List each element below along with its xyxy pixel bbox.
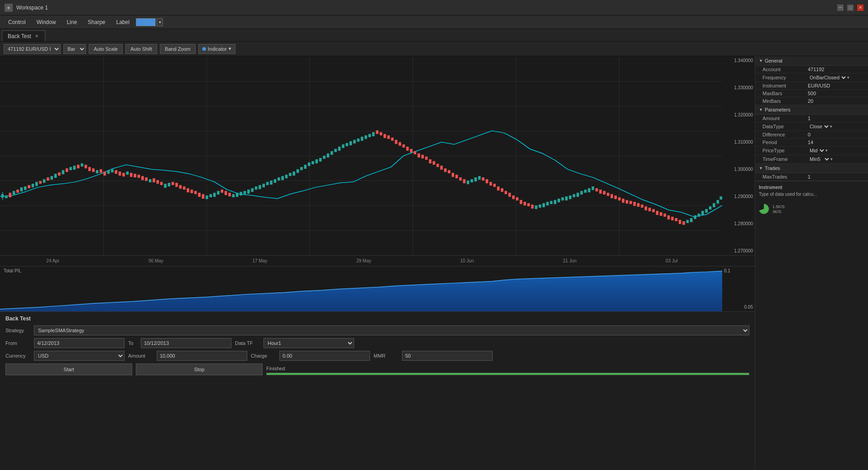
svg-rect-129 — [486, 179, 489, 183]
svg-rect-122 — [459, 177, 462, 180]
price-chart[interactable]: 1.340000 1.330000 1.320000 1.310000 1.30… — [0, 56, 755, 256]
svg-rect-31 — [115, 170, 118, 174]
title-bar: ◈ Workspace 1 ─ □ ✕ — [0, 0, 868, 15]
menu-sharpe[interactable]: Sharpe — [83, 17, 110, 27]
parameters-section-label: Parameters — [765, 107, 791, 112]
prop-frequency-select[interactable]: OnBarClosed OnTick — [808, 74, 847, 81]
to-input[interactable] — [141, 338, 231, 348]
currency-select[interactable]: USD — [34, 351, 125, 361]
menu-window[interactable]: Window — [32, 17, 61, 27]
prop-minbars: MinBars 20 — [755, 97, 868, 105]
main-layout: 1.340000 1.330000 1.320000 1.310000 1.30… — [0, 56, 868, 470]
svg-rect-96 — [361, 137, 364, 141]
indicator-button[interactable]: Indicator ▾ — [198, 44, 235, 54]
svg-rect-90 — [338, 147, 341, 151]
svg-rect-174 — [656, 211, 659, 215]
prop-period: Period 14 — [755, 139, 868, 146]
svg-rect-42 — [156, 180, 159, 184]
auto-shift-button[interactable]: Auto Shift — [125, 44, 157, 54]
svg-rect-71 — [266, 182, 269, 185]
svg-rect-101 — [380, 132, 383, 136]
svg-rect-55 — [206, 195, 208, 199]
svg-rect-99 — [372, 132, 375, 136]
stop-button[interactable]: Stop — [136, 363, 263, 375]
svg-rect-162 — [610, 194, 613, 198]
amount-input[interactable] — [157, 351, 247, 361]
svg-rect-89 — [334, 149, 337, 152]
svg-rect-104 — [391, 138, 394, 141]
prop-difference-name: Difference — [762, 132, 808, 137]
svg-rect-72 — [270, 180, 273, 184]
prop-pricetype-select[interactable]: MidBidAsk — [808, 147, 825, 154]
svg-rect-87 — [327, 154, 330, 158]
instrument-select[interactable]: 471192 EUR/USD I — [4, 44, 61, 54]
svg-rect-44 — [164, 184, 167, 188]
amount-label: Amount — [128, 353, 153, 359]
prop-maxbars-name: MaxBars — [762, 91, 808, 96]
prop-minbars-name: MinBars — [762, 98, 808, 104]
from-input[interactable] — [34, 338, 125, 348]
svg-rect-163 — [614, 195, 617, 199]
menu-control[interactable]: Control — [4, 17, 30, 27]
tab-close-backtest[interactable]: ✕ — [34, 34, 39, 39]
menu-line[interactable]: Line — [62, 17, 82, 27]
svg-rect-54 — [202, 194, 205, 199]
charge-input[interactable] — [279, 351, 370, 361]
prop-instrument-name: Instrument — [762, 83, 808, 88]
chart-inner — [0, 56, 722, 255]
restore-button[interactable]: □ — [847, 5, 854, 11]
svg-rect-121 — [456, 174, 458, 178]
parameters-section-header[interactable]: ▼ Parameters — [755, 105, 868, 115]
color-swatch[interactable] — [136, 18, 156, 26]
backtest-panel: Back Test Strategy SampleSMAStrategy Fro… — [0, 312, 755, 470]
pl-price-labels: 0.1 0.05 — [722, 266, 755, 311]
parameters-collapse-icon: ▼ — [759, 107, 763, 112]
svg-rect-131 — [493, 184, 496, 187]
price-chart-svg — [0, 56, 722, 255]
window-title: Workspace 1 — [16, 5, 837, 11]
date-label-3: 17 May — [252, 258, 267, 263]
prop-datatype-name: DataType — [762, 124, 808, 129]
tab-backtest[interactable]: Back Test ✕ — [2, 30, 45, 41]
minimize-button[interactable]: ─ — [837, 5, 844, 11]
datatf-select[interactable]: Hour1 — [264, 338, 354, 348]
svg-rect-158 — [595, 188, 598, 191]
svg-rect-50 — [187, 188, 189, 192]
chart-type-select[interactable]: Bar — [63, 44, 86, 54]
color-picker[interactable]: ▾ — [136, 18, 163, 26]
mmr-input[interactable] — [402, 351, 493, 361]
svg-rect-146 — [550, 201, 553, 204]
svg-rect-23 — [85, 165, 87, 168]
menu-label[interactable]: Label — [112, 17, 134, 27]
start-button[interactable]: Start — [5, 363, 132, 375]
prop-account-name: Account — [762, 67, 808, 72]
pl-chart[interactable]: Total P/L 0.1 0.05 — [0, 266, 755, 312]
price-label-7: 1.280000 — [724, 221, 753, 226]
svg-rect-161 — [607, 193, 609, 196]
svg-rect-150 — [565, 196, 568, 200]
prop-timeframe-arrow: ▾ — [830, 157, 833, 161]
band-zoom-button[interactable]: Band Zoom — [160, 44, 196, 54]
svg-rect-30 — [111, 169, 114, 172]
svg-rect-160 — [603, 191, 606, 194]
prop-datatype-select[interactable]: CloseOpenHighLow — [808, 123, 830, 130]
svg-rect-43 — [160, 182, 163, 185]
svg-rect-107 — [403, 145, 405, 148]
svg-rect-166 — [626, 200, 628, 204]
prop-timeframe-select[interactable]: Min5Min15Hour1 — [808, 156, 830, 162]
general-section-header[interactable]: ▼ General — [755, 56, 868, 66]
svg-rect-139 — [523, 202, 526, 205]
svg-rect-80 — [300, 167, 303, 170]
strategy-select[interactable]: SampleSMAStrategy — [34, 325, 749, 335]
prop-instrument: Instrument EUR/USD — [755, 82, 868, 90]
backtest-title: Back Test — [5, 315, 749, 322]
svg-rect-88 — [331, 151, 333, 155]
price-label-6: 1.290000 — [724, 194, 753, 199]
color-dropdown-arrow[interactable]: ▾ — [157, 18, 163, 26]
svg-rect-119 — [448, 170, 451, 173]
pl-chart-svg — [0, 266, 722, 311]
close-button[interactable]: ✕ — [857, 5, 863, 11]
date-label-6: 21 Jun — [563, 258, 576, 263]
trades-section-header[interactable]: ▼ Trades — [755, 164, 868, 173]
auto-scale-button[interactable]: Auto Scale — [89, 44, 123, 54]
